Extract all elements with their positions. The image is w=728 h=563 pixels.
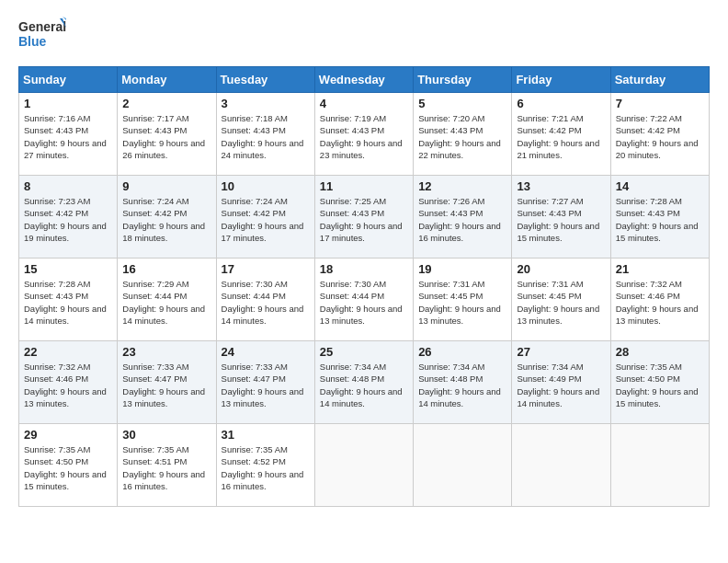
- day-header-saturday: Saturday: [610, 67, 709, 93]
- cell-text: Sunrise: 7:35 AMSunset: 4:50 PMDaylight:…: [616, 361, 704, 409]
- day-number: 23: [122, 345, 210, 359]
- cell-text: Sunrise: 7:18 AMSunset: 4:43 PMDaylight:…: [222, 112, 310, 161]
- cell-text: Sunrise: 7:31 AMSunset: 4:45 PMDaylight:…: [517, 278, 605, 327]
- calendar-cell: 31Sunrise: 7:35 AMSunset: 4:52 PMDayligh…: [216, 424, 314, 507]
- day-number: 2: [122, 97, 210, 110]
- day-number: 14: [616, 179, 704, 193]
- day-number: 26: [418, 345, 506, 359]
- day-header-friday: Friday: [512, 67, 610, 93]
- day-number: 27: [517, 345, 605, 359]
- day-number: 12: [418, 179, 506, 193]
- cell-text: Sunrise: 7:24 AMSunset: 4:42 PMDaylight:…: [222, 195, 310, 244]
- cell-text: Sunrise: 7:17 AMSunset: 4:43 PMDaylight:…: [122, 112, 210, 161]
- calendar-cell: 10Sunrise: 7:24 AMSunset: 4:42 PMDayligh…: [216, 176, 314, 259]
- calendar-cell: [610, 424, 709, 507]
- cell-text: Sunrise: 7:32 AMSunset: 4:46 PMDaylight:…: [24, 361, 112, 409]
- cell-text: Sunrise: 7:29 AMSunset: 4:44 PMDaylight:…: [122, 278, 210, 327]
- day-number: 31: [222, 428, 310, 442]
- calendar-cell: [414, 424, 512, 507]
- calendar-cell: 24Sunrise: 7:33 AMSunset: 4:47 PMDayligh…: [216, 341, 314, 424]
- calendar-cell: 1Sunrise: 7:16 AMSunset: 4:43 PMDaylight…: [19, 93, 118, 176]
- cell-text: Sunrise: 7:31 AMSunset: 4:45 PMDaylight:…: [418, 278, 506, 327]
- day-number: 24: [222, 345, 310, 359]
- day-header-tuesday: Tuesday: [216, 67, 314, 93]
- calendar-cell: 30Sunrise: 7:35 AMSunset: 4:51 PMDayligh…: [118, 424, 216, 507]
- calendar-cell: 5Sunrise: 7:20 AMSunset: 4:43 PMDaylight…: [414, 93, 512, 176]
- cell-text: Sunrise: 7:27 AMSunset: 4:43 PMDaylight:…: [517, 195, 605, 244]
- calendar-header: SundayMondayTuesdayWednesdayThursdayFrid…: [19, 67, 710, 93]
- cell-text: Sunrise: 7:19 AMSunset: 4:43 PMDaylight:…: [320, 112, 408, 161]
- cell-text: Sunrise: 7:34 AMSunset: 4:49 PMDaylight:…: [517, 361, 605, 409]
- day-number: 29: [24, 428, 112, 442]
- calendar-cell: 19Sunrise: 7:31 AMSunset: 4:45 PMDayligh…: [414, 259, 512, 341]
- calendar-cell: 15Sunrise: 7:28 AMSunset: 4:43 PMDayligh…: [19, 259, 118, 341]
- cell-text: Sunrise: 7:30 AMSunset: 4:44 PMDaylight:…: [320, 278, 408, 327]
- day-number: 16: [122, 262, 210, 276]
- calendar-cell: 23Sunrise: 7:33 AMSunset: 4:47 PMDayligh…: [118, 341, 216, 424]
- day-number: 25: [320, 345, 408, 359]
- day-number: 21: [616, 262, 704, 276]
- calendar-cell: 16Sunrise: 7:29 AMSunset: 4:44 PMDayligh…: [118, 259, 216, 341]
- calendar-cell: 28Sunrise: 7:35 AMSunset: 4:50 PMDayligh…: [610, 341, 709, 424]
- cell-text: Sunrise: 7:25 AMSunset: 4:43 PMDaylight:…: [320, 195, 408, 244]
- day-number: 18: [320, 262, 408, 276]
- day-number: 9: [122, 179, 210, 193]
- calendar-cell: 22Sunrise: 7:32 AMSunset: 4:46 PMDayligh…: [19, 341, 118, 424]
- calendar-cell: 12Sunrise: 7:26 AMSunset: 4:43 PMDayligh…: [414, 176, 512, 259]
- calendar-cell: 7Sunrise: 7:22 AMSunset: 4:42 PMDaylight…: [610, 93, 709, 176]
- cell-text: Sunrise: 7:22 AMSunset: 4:42 PMDaylight:…: [616, 112, 704, 161]
- calendar-cell: 6Sunrise: 7:21 AMSunset: 4:42 PMDaylight…: [512, 93, 610, 176]
- day-number: 6: [517, 97, 605, 110]
- calendar-cell: 8Sunrise: 7:23 AMSunset: 4:42 PMDaylight…: [19, 176, 118, 259]
- day-header-monday: Monday: [118, 67, 216, 93]
- calendar-table: SundayMondayTuesdayWednesdayThursdayFrid…: [18, 66, 710, 507]
- calendar-cell: 27Sunrise: 7:34 AMSunset: 4:49 PMDayligh…: [512, 341, 610, 424]
- cell-text: Sunrise: 7:32 AMSunset: 4:46 PMDaylight:…: [616, 278, 704, 327]
- day-number: 4: [320, 97, 408, 110]
- calendar-cell: 11Sunrise: 7:25 AMSunset: 4:43 PMDayligh…: [314, 176, 413, 259]
- calendar-cell: [314, 424, 413, 507]
- cell-text: Sunrise: 7:35 AMSunset: 4:52 PMDaylight:…: [222, 443, 310, 492]
- calendar-cell: 29Sunrise: 7:35 AMSunset: 4:50 PMDayligh…: [19, 424, 118, 507]
- calendar-cell: [512, 424, 610, 507]
- day-number: 10: [222, 179, 310, 193]
- logo: General Blue: [18, 15, 66, 55]
- day-number: 13: [517, 179, 605, 193]
- svg-text:General: General: [18, 19, 66, 34]
- day-number: 17: [222, 262, 310, 276]
- cell-text: Sunrise: 7:35 AMSunset: 4:50 PMDaylight:…: [24, 443, 112, 492]
- cell-text: Sunrise: 7:34 AMSunset: 4:48 PMDaylight:…: [320, 361, 408, 409]
- day-header-sunday: Sunday: [19, 67, 118, 93]
- cell-text: Sunrise: 7:33 AMSunset: 4:47 PMDaylight:…: [222, 361, 310, 409]
- day-number: 20: [517, 262, 605, 276]
- day-number: 19: [418, 262, 506, 276]
- day-number: 8: [24, 179, 112, 193]
- logo-svg: General Blue: [18, 15, 66, 55]
- calendar-cell: 14Sunrise: 7:28 AMSunset: 4:43 PMDayligh…: [610, 176, 709, 259]
- cell-text: Sunrise: 7:28 AMSunset: 4:43 PMDaylight:…: [616, 195, 704, 244]
- calendar-cell: 26Sunrise: 7:34 AMSunset: 4:48 PMDayligh…: [414, 341, 512, 424]
- svg-text:Blue: Blue: [18, 34, 47, 49]
- calendar-cell: 18Sunrise: 7:30 AMSunset: 4:44 PMDayligh…: [314, 259, 413, 341]
- calendar-cell: 21Sunrise: 7:32 AMSunset: 4:46 PMDayligh…: [610, 259, 709, 341]
- day-number: 3: [222, 97, 310, 110]
- day-number: 15: [24, 262, 112, 276]
- cell-text: Sunrise: 7:20 AMSunset: 4:43 PMDaylight:…: [418, 112, 506, 161]
- day-number: 30: [122, 428, 210, 442]
- cell-text: Sunrise: 7:33 AMSunset: 4:47 PMDaylight:…: [122, 361, 210, 409]
- cell-text: Sunrise: 7:30 AMSunset: 4:44 PMDaylight:…: [222, 278, 310, 327]
- calendar-cell: 13Sunrise: 7:27 AMSunset: 4:43 PMDayligh…: [512, 176, 610, 259]
- day-header-wednesday: Wednesday: [314, 67, 413, 93]
- day-number: 7: [616, 97, 704, 110]
- day-number: 22: [24, 345, 112, 359]
- cell-text: Sunrise: 7:24 AMSunset: 4:42 PMDaylight:…: [122, 195, 210, 244]
- calendar-cell: 3Sunrise: 7:18 AMSunset: 4:43 PMDaylight…: [216, 93, 314, 176]
- cell-text: Sunrise: 7:16 AMSunset: 4:43 PMDaylight:…: [24, 112, 112, 161]
- day-number: 28: [616, 345, 704, 359]
- day-header-thursday: Thursday: [414, 67, 512, 93]
- cell-text: Sunrise: 7:28 AMSunset: 4:43 PMDaylight:…: [24, 278, 112, 327]
- day-number: 5: [418, 97, 506, 110]
- cell-text: Sunrise: 7:21 AMSunset: 4:42 PMDaylight:…: [517, 112, 605, 161]
- calendar-cell: 25Sunrise: 7:34 AMSunset: 4:48 PMDayligh…: [314, 341, 413, 424]
- cell-text: Sunrise: 7:23 AMSunset: 4:42 PMDaylight:…: [24, 195, 112, 244]
